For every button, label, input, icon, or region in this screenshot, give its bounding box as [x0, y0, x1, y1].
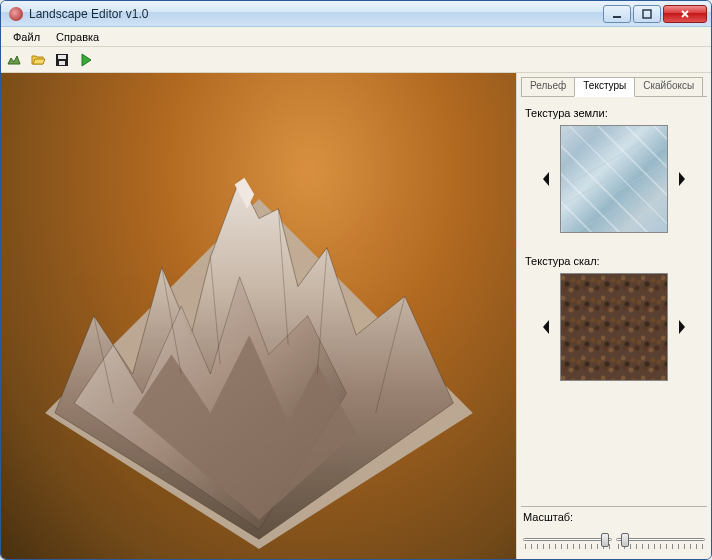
rock-next-button[interactable]: [674, 312, 690, 342]
slider-thumb[interactable]: [601, 533, 609, 547]
window-title: Landscape Editor v1.0: [29, 7, 601, 21]
open-button[interactable]: [27, 49, 49, 71]
chevron-left-icon: [541, 319, 551, 335]
minimize-icon: [612, 9, 622, 19]
app-icon: [9, 7, 23, 21]
scale-slider-2[interactable]: [616, 529, 705, 549]
land-prev-button[interactable]: [538, 164, 554, 194]
menu-file[interactable]: Файл: [5, 29, 48, 45]
folder-open-icon: [30, 52, 46, 68]
new-terrain-icon: [6, 52, 22, 68]
svg-rect-4: [59, 61, 65, 65]
svg-rect-3: [58, 55, 66, 59]
slider-thumb[interactable]: [621, 533, 629, 547]
menubar: Файл Справка: [1, 27, 711, 47]
save-button[interactable]: [51, 49, 73, 71]
tab-bar: Рельеф Текстуры Скайбоксы: [521, 77, 707, 97]
chevron-right-icon: [677, 319, 687, 335]
rock-texture-swatch[interactable]: [560, 273, 668, 381]
toolbar: [1, 47, 711, 73]
maximize-icon: [642, 9, 652, 19]
svg-rect-0: [613, 16, 621, 18]
rock-texture-label: Текстура скал:: [521, 253, 707, 273]
viewport-3d[interactable]: [1, 73, 516, 559]
chevron-right-icon: [677, 171, 687, 187]
content-area: Рельеф Текстуры Скайбоксы Текстура земли…: [1, 73, 711, 559]
land-texture-swatch[interactable]: [560, 125, 668, 233]
scale-section: Масштаб:: [521, 506, 707, 555]
tab-terrain[interactable]: Рельеф: [521, 77, 575, 96]
maximize-button[interactable]: [633, 5, 661, 23]
play-icon: [78, 52, 94, 68]
rock-texture-section: Текстура скал:: [521, 253, 707, 381]
minimize-button[interactable]: [603, 5, 631, 23]
scale-slider-1[interactable]: [523, 529, 612, 549]
chevron-left-icon: [541, 171, 551, 187]
tab-textures[interactable]: Текстуры: [574, 77, 635, 97]
floppy-save-icon: [54, 52, 70, 68]
close-icon: [680, 9, 690, 19]
svg-rect-1: [643, 10, 651, 18]
window-buttons: [601, 5, 707, 23]
land-texture-section: Текстура земли:: [521, 105, 707, 233]
play-button[interactable]: [75, 49, 97, 71]
tab-skyboxes[interactable]: Скайбоксы: [634, 77, 703, 96]
land-next-button[interactable]: [674, 164, 690, 194]
terrain-render: [14, 122, 503, 559]
menu-help[interactable]: Справка: [48, 29, 107, 45]
titlebar: Landscape Editor v1.0: [1, 1, 711, 27]
land-texture-picker: [521, 125, 707, 233]
side-panel: Рельеф Текстуры Скайбоксы Текстура земли…: [516, 73, 711, 559]
new-button[interactable]: [3, 49, 25, 71]
land-texture-label: Текстура земли:: [521, 105, 707, 125]
close-button[interactable]: [663, 5, 707, 23]
scale-label: Масштаб:: [521, 511, 707, 527]
rock-texture-picker: [521, 273, 707, 381]
rock-prev-button[interactable]: [538, 312, 554, 342]
slider-row: [521, 527, 707, 555]
app-window: Landscape Editor v1.0 Файл Справка: [0, 0, 712, 560]
